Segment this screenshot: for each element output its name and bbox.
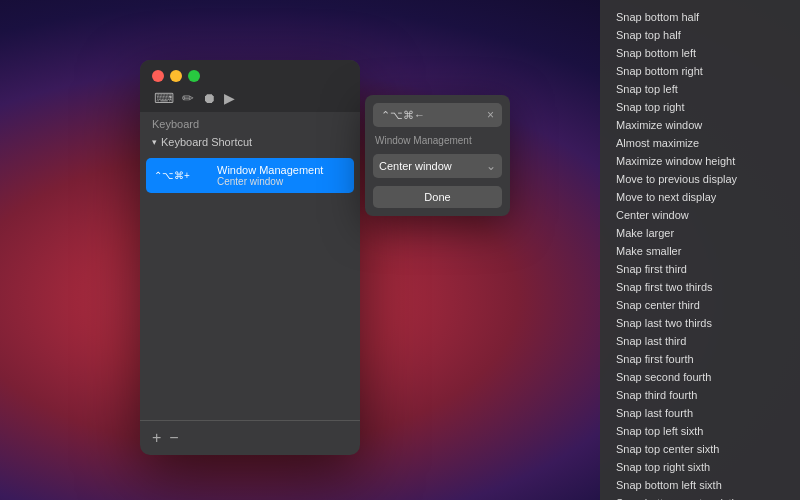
menu-item[interactable]: Snap second fourth xyxy=(600,368,800,386)
remove-shortcut-button[interactable]: − xyxy=(169,429,178,447)
menu-item[interactable]: Maximize window xyxy=(600,116,800,134)
maximize-button[interactable] xyxy=(188,70,200,82)
section-header: ▾ Keyboard Shortcut xyxy=(140,132,360,154)
menu-item[interactable]: Make larger xyxy=(600,224,800,242)
action-dropdown[interactable]: Center window Snap bottom half Snap top … xyxy=(373,154,502,178)
play-icon: ▶ xyxy=(224,90,235,106)
done-button[interactable]: Done xyxy=(373,186,502,208)
action-label: Window Management xyxy=(373,135,502,146)
menu-item[interactable]: Snap last third xyxy=(600,332,800,350)
shortcut-item[interactable]: ⌃⌥⌘+ Window Management Center window xyxy=(146,158,354,193)
menu-item[interactable]: Snap first two thirds xyxy=(600,278,800,296)
close-button[interactable] xyxy=(152,70,164,82)
action-dropdown-wrapper: Center window Snap bottom half Snap top … xyxy=(373,154,502,178)
record-icon: ⏺ xyxy=(202,90,216,106)
menu-item[interactable]: Snap bottom center sixth xyxy=(600,494,800,500)
titlebar: ⌨ ✏ ⏺ ▶ xyxy=(140,60,360,112)
menu-item[interactable]: Snap bottom left xyxy=(600,44,800,62)
panel-title: Keyboard xyxy=(140,112,360,132)
menu-item[interactable]: Snap top right xyxy=(600,98,800,116)
menu-item[interactable]: Snap top left xyxy=(600,80,800,98)
menu-item[interactable]: Almost maximize xyxy=(600,134,800,152)
chevron-icon: ▾ xyxy=(152,137,157,147)
menu-item[interactable]: Snap top right sixth xyxy=(600,458,800,476)
menu-item[interactable]: Snap first third xyxy=(600,260,800,278)
keyboard-shortcuts-panel: ⌨ ✏ ⏺ ▶ Keyboard ▾ Keyboard Shortcut ⌃⌥⌘… xyxy=(140,60,360,455)
shortcut-info: Window Management Center window xyxy=(217,164,323,187)
menu-item[interactable]: Snap third fourth xyxy=(600,386,800,404)
menu-item[interactable]: Snap bottom half xyxy=(600,8,800,26)
right-dropdown-menu: Snap bottom halfSnap top halfSnap bottom… xyxy=(600,0,800,500)
section-label: Keyboard Shortcut xyxy=(161,136,252,148)
menu-item[interactable]: Snap top half xyxy=(600,26,800,44)
shortcut-app-name: Window Management xyxy=(217,164,323,176)
menu-item[interactable]: Snap center third xyxy=(600,296,800,314)
menu-item[interactable]: Center window xyxy=(600,206,800,224)
recorder-text: ⌃⌥⌘← xyxy=(381,109,425,122)
menu-item[interactable]: Snap top center sixth xyxy=(600,440,800,458)
add-shortcut-button[interactable]: + xyxy=(152,429,161,447)
menu-item[interactable]: Snap first fourth xyxy=(600,350,800,368)
menu-item[interactable]: Move to previous display xyxy=(600,170,800,188)
shortcut-recorder[interactable]: ⌃⌥⌘← × xyxy=(373,103,502,127)
menu-item[interactable]: Make smaller xyxy=(600,242,800,260)
traffic-lights xyxy=(152,70,348,82)
menu-item[interactable]: Snap bottom left sixth xyxy=(600,476,800,494)
shortcut-keys: ⌃⌥⌘+ xyxy=(154,170,209,181)
edit-panel: ⌃⌥⌘← × Window Management Center window S… xyxy=(365,95,510,216)
panel-footer: + − xyxy=(140,420,360,455)
toolbar-icons: ⌨ ✏ ⏺ ▶ xyxy=(154,90,348,106)
pen-icon: ✏ xyxy=(182,90,194,106)
keyboard-icon: ⌨ xyxy=(154,90,174,106)
shortcuts-list: ⌃⌥⌘+ Window Management Center window xyxy=(140,154,360,420)
menu-item[interactable]: Snap last two thirds xyxy=(600,314,800,332)
minimize-button[interactable] xyxy=(170,70,182,82)
menu-item[interactable]: Maximize window height xyxy=(600,152,800,170)
clear-recorder-button[interactable]: × xyxy=(487,108,494,122)
shortcut-action-name: Center window xyxy=(217,176,323,187)
menu-item[interactable]: Snap bottom right xyxy=(600,62,800,80)
menu-item[interactable]: Move to next display xyxy=(600,188,800,206)
menu-item[interactable]: Snap last fourth xyxy=(600,404,800,422)
menu-item[interactable]: Snap top left sixth xyxy=(600,422,800,440)
